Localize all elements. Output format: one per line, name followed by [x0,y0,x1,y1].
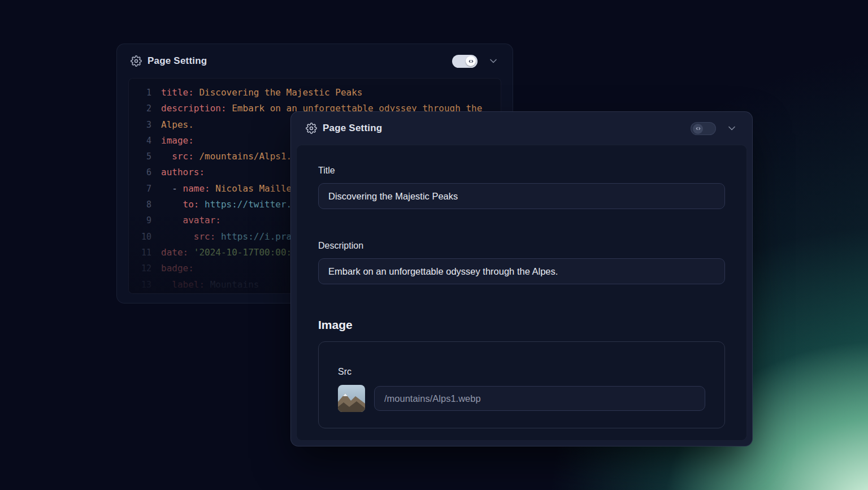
code-view-toggle[interactable] [691,122,716,135]
code-line-text: title: Discovering the Majestic Peaks [161,85,362,101]
description-label: Description [318,241,725,251]
gear-icon [131,55,142,67]
code-icon [695,125,701,132]
line-number: 1 [134,85,151,101]
description-field-group: Description [318,241,725,284]
toggle-knob [466,56,476,66]
line-number: 2 [134,101,151,116]
line-number: 4 [134,133,151,149]
page-setting-form: Title Description Image Src [296,145,747,441]
code-line-text: image: [161,133,194,149]
title-input[interactable] [318,183,725,209]
code-line: 1title: Discovering the Majestic Peaks [134,85,501,101]
line-number: 9 [134,213,151,228]
gear-icon [306,123,317,134]
code-line-text: - name: Nicolas Maillet [161,181,297,197]
title-label: Title [318,166,725,176]
code-line-text: Alpes. [161,117,194,133]
code-view-toggle[interactable] [452,55,478,68]
code-line-text: src: https://i.prav [161,229,297,245]
page-setting-form-panel: Page Setting Title Description Image Src [290,111,753,446]
image-section-heading: Image [318,318,725,332]
code-line-text: label: Mountains [161,277,259,293]
code-line-text: authors: [161,164,205,180]
image-card: Src [318,341,725,428]
panel-header: Page Setting [117,44,513,78]
src-input[interactable] [374,386,705,411]
line-number: 6 [134,164,151,180]
code-line-text: avatar: [161,213,221,228]
line-number: 11 [134,245,151,261]
code-line-text: date: '2024-10-17T00:00:00 [161,245,302,261]
panel-header: Page Setting [291,112,752,145]
line-number: 8 [134,197,151,213]
src-row [338,385,705,412]
mountain-thumbnail-graphic [338,385,365,412]
toggle-knob [693,124,703,134]
panel-title: Page Setting [147,55,207,67]
line-number: 10 [134,229,151,245]
panel-title: Page Setting [323,123,382,134]
title-field-group: Title [318,166,725,209]
image-thumbnail[interactable] [338,385,365,412]
line-number: 5 [134,149,151,164]
line-number: 7 [134,181,151,197]
description-input[interactable] [318,258,725,284]
line-number: 3 [134,117,151,133]
chevron-down-icon[interactable] [726,123,737,134]
line-number: 13 [134,277,151,293]
code-line-text: badge: [161,261,194,276]
code-line-text: to: https://twitter.c [161,197,297,213]
line-number: 12 [134,261,151,276]
code-icon [468,58,474,64]
chevron-down-icon[interactable] [488,55,499,67]
src-label: Src [338,367,705,377]
